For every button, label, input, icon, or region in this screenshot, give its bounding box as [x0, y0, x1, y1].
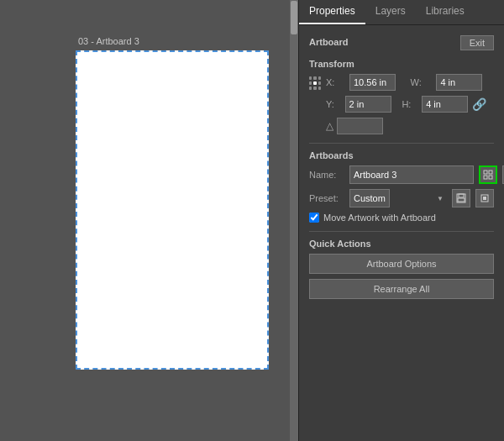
- angle-icon: △: [326, 120, 333, 132]
- tab-properties[interactable]: Properties: [299, 0, 365, 24]
- constrain-proportions-icon[interactable]: 🔗: [470, 97, 486, 111]
- artboard-header: Artboard Exit: [309, 34, 494, 52]
- quick-actions-label: Quick Actions: [309, 239, 494, 249]
- new-artboard-icon: [483, 170, 493, 180]
- chevron-down-icon: ▼: [437, 195, 444, 202]
- transform-reference-icon: [309, 76, 321, 88]
- artboard-section-label: Artboard: [309, 37, 348, 47]
- preset-wrapper: Custom Letter Tabloid A4 A3 ▼: [349, 189, 447, 207]
- preset-select[interactable]: Custom Letter Tabloid A4 A3: [349, 189, 390, 207]
- name-row: Name:: [309, 165, 494, 184]
- transform-label: Transform: [309, 59, 494, 69]
- x-input[interactable]: [349, 74, 396, 91]
- svg-rect-9: [458, 198, 465, 202]
- y-input[interactable]: [345, 96, 391, 113]
- transform-grid-2: Y: H: 🔗: [309, 96, 494, 113]
- divider-1: [309, 143, 494, 144]
- tab-layers[interactable]: Layers: [365, 0, 416, 24]
- artboard-container: 03 - Artboard 3: [76, 50, 269, 370]
- transform-grid: X: W:: [309, 74, 494, 91]
- svg-rect-0: [484, 171, 487, 174]
- move-artwork-label: Move Artwork with Artboard: [323, 213, 436, 223]
- svg-rect-3: [489, 176, 492, 179]
- x-label: X:: [326, 77, 346, 87]
- svg-rect-1: [489, 171, 492, 174]
- name-input[interactable]: [349, 165, 474, 184]
- tab-libraries[interactable]: Libraries: [416, 0, 475, 24]
- panel-content: Artboard Exit Transform: [299, 25, 504, 441]
- new-artboard-button[interactable]: [479, 165, 497, 184]
- save-preset-button[interactable]: [452, 189, 470, 207]
- h-label: H:: [402, 99, 418, 109]
- tabs-bar: Properties Layers Libraries: [299, 0, 504, 25]
- divider-2: [309, 231, 494, 232]
- preset-label: Preset:: [309, 193, 344, 203]
- rearrange-all-button[interactable]: Rearrange All: [309, 279, 494, 299]
- svg-rect-2: [484, 176, 487, 179]
- angle-row: △: [309, 118, 494, 134]
- fit-icon: [480, 193, 490, 203]
- artboard-canvas-label: 03 - Artboard 3: [76, 35, 142, 47]
- artboard-options-button[interactable]: Artboard Options: [309, 254, 494, 274]
- artboard-box[interactable]: [76, 50, 269, 370]
- angle-input[interactable]: [337, 118, 383, 134]
- preset-row: Preset: Custom Letter Tabloid A4 A3 ▼: [309, 189, 494, 207]
- move-artwork-row: Move Artwork with Artboard: [309, 213, 494, 223]
- y-label: Y:: [326, 99, 342, 109]
- w-input[interactable]: [436, 74, 482, 91]
- canvas-area: 03 - Artboard 3: [0, 0, 298, 441]
- move-artwork-checkbox[interactable]: [309, 213, 319, 223]
- artboards-section-label: Artboards: [309, 150, 494, 160]
- w-label: W:: [411, 77, 433, 87]
- fit-artboard-button[interactable]: [475, 189, 494, 207]
- save-icon: [456, 193, 466, 203]
- left-scrollbar[interactable]: [290, 0, 298, 441]
- scrollbar-thumb: [291, 1, 297, 34]
- exit-button[interactable]: Exit: [460, 35, 494, 50]
- right-panel: Properties Layers Libraries Artboard Exi…: [298, 0, 504, 441]
- name-label: Name:: [309, 170, 344, 180]
- h-input[interactable]: [422, 96, 468, 113]
- svg-rect-11: [483, 197, 486, 200]
- svg-rect-8: [459, 194, 464, 197]
